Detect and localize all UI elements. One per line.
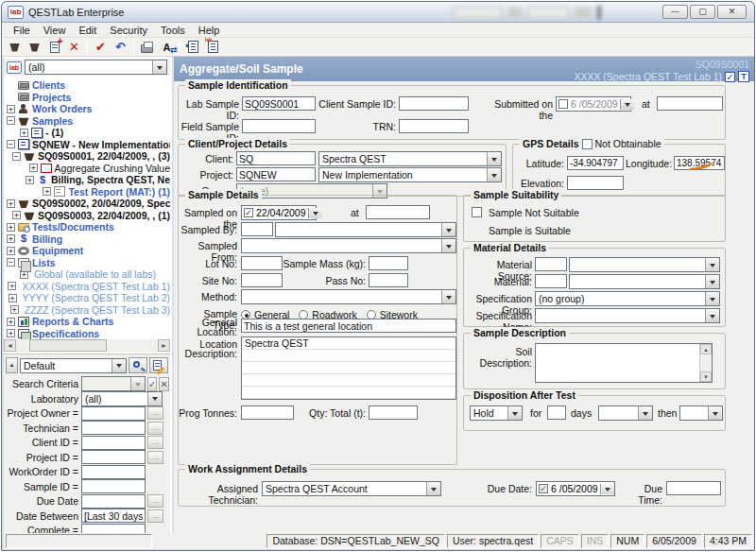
- sampled-by-combo[interactable]: [275, 222, 456, 237]
- chevron-down-icon[interactable]: [620, 99, 634, 110]
- expander-plus-icon[interactable]: +: [8, 282, 16, 290]
- tree-item[interactable]: +Billing, Spectra QEST, Ne: [4, 174, 170, 186]
- new-document-button[interactable]: [44, 39, 64, 56]
- scrollbar-thumb[interactable]: [29, 339, 107, 352]
- maximize-button[interactable]: ▢: [690, 5, 715, 19]
- browse-button[interactable]: ...: [147, 422, 163, 435]
- latitude-input[interactable]: [567, 156, 624, 170]
- rename-button[interactable]: A: [157, 39, 177, 56]
- tree-item[interactable]: +Test Report (MAT:) (1): [4, 186, 170, 198]
- tree-item[interactable]: −Lists: [4, 257, 170, 269]
- tree-item[interactable]: +- (1): [4, 127, 170, 139]
- expander-plus-icon[interactable]: +: [7, 223, 15, 232]
- preset-combo[interactable]: Default: [20, 358, 127, 373]
- chevron-down-icon[interactable]: [638, 406, 652, 420]
- search-sample-id-input[interactable]: [81, 479, 146, 493]
- lab-filter-combo[interactable]: (all): [25, 60, 167, 75]
- project-name-combo[interactable]: New Implementation: [318, 167, 502, 182]
- prog-tonnes-input[interactable]: [241, 405, 294, 420]
- disposition-action-combo[interactable]: Hold: [470, 405, 523, 421]
- chevron-down-icon[interactable]: [705, 275, 719, 288]
- tree-item[interactable]: +YYYY (Spectra QEST Test Lab 2): [4, 292, 170, 304]
- browse-button[interactable]: ...: [147, 509, 163, 523]
- gps-not-obtainable-checkbox[interactable]: [582, 139, 593, 149]
- submitted-date-combo[interactable]: 6 /05/2009: [556, 96, 631, 112]
- due-time-input[interactable]: [666, 481, 721, 495]
- expander-plus-icon[interactable]: +: [7, 199, 15, 208]
- chevron-down-icon[interactable]: [441, 290, 455, 303]
- expander-plus-icon[interactable]: +: [29, 164, 38, 172]
- new-sample-button[interactable]: [5, 39, 25, 56]
- general-location-input[interactable]: [241, 319, 456, 333]
- chevron-down-icon[interactable]: [441, 239, 455, 252]
- browse-button[interactable]: ...: [147, 494, 163, 508]
- expander-plus-icon[interactable]: +: [20, 129, 28, 137]
- scroll-right-icon[interactable]: ►: [158, 339, 170, 352]
- material-source-code-input[interactable]: [535, 257, 567, 271]
- chevron-down-icon[interactable]: [308, 208, 322, 218]
- pass-no-input[interactable]: [369, 273, 408, 287]
- tree-item[interactable]: Clients: [4, 79, 170, 92]
- menu-view[interactable]: View: [37, 25, 73, 36]
- tree-item[interactable]: +Aggregate Crushing Value: [4, 163, 170, 175]
- site-no-input[interactable]: [241, 273, 283, 287]
- expander-plus-icon[interactable]: +: [43, 187, 51, 196]
- soil-description-textarea[interactable]: ▲▼: [535, 343, 713, 383]
- validate-button[interactable]: ✔: [91, 39, 111, 56]
- tree-item[interactable]: Projects: [4, 92, 170, 104]
- menu-tools[interactable]: Tools: [154, 25, 192, 36]
- collapse-search-button[interactable]: ▲: [6, 357, 18, 373]
- client-name-combo[interactable]: Spectra QEST: [318, 151, 502, 166]
- browse-button[interactable]: ...: [147, 406, 163, 420]
- menu-help[interactable]: Help: [192, 25, 227, 36]
- submitted-time-input[interactable]: [657, 96, 723, 111]
- project-code-input[interactable]: [236, 167, 316, 181]
- chevron-down-icon[interactable]: [112, 359, 126, 372]
- search-client-id-input[interactable]: [81, 436, 146, 450]
- expander-plus-icon[interactable]: +: [7, 105, 15, 113]
- trn-input[interactable]: [399, 119, 469, 133]
- tree-view-button[interactable]: [183, 39, 203, 56]
- header-checkbox[interactable]: ✓: [725, 72, 735, 82]
- elevation-input[interactable]: [567, 176, 624, 190]
- expander-plus-icon[interactable]: +: [10, 305, 19, 314]
- disposition-days-input[interactable]: [547, 405, 566, 420]
- lab-tree-button[interactable]: [203, 39, 223, 56]
- print-button[interactable]: [137, 39, 157, 56]
- sampled-from-combo[interactable]: [241, 238, 456, 253]
- client-sample-id-input[interactable]: [399, 96, 469, 111]
- due-date-combo[interactable]: ✓ 6 /05/2009: [536, 481, 615, 496]
- scrollbar-track[interactable]: [16, 339, 158, 352]
- tree-item[interactable]: +Equipment: [4, 245, 170, 257]
- chevron-down-icon[interactable]: [441, 223, 455, 236]
- tree-item[interactable]: +Work Orders: [4, 103, 170, 115]
- chevron-down-icon[interactable]: [705, 258, 719, 271]
- tree-item[interactable]: +XXXX (Spectra QEST Test Lab 1): [4, 281, 170, 293]
- search-search-criteria-combo[interactable]: [81, 376, 146, 391]
- chevron-down-icon[interactable]: [487, 152, 501, 165]
- sample-mass-input[interactable]: [369, 256, 408, 270]
- chevron-down-icon[interactable]: [600, 484, 614, 494]
- scroll-up-icon[interactable]: ▲: [700, 344, 712, 354]
- expander-plus-icon[interactable]: +: [9, 294, 17, 302]
- search-check-button[interactable]: ✓: [147, 377, 157, 391]
- chevron-down-icon[interactable]: [705, 292, 719, 305]
- tree-item[interactable]: +Billing: [4, 233, 170, 246]
- tree-item[interactable]: +Specifications: [4, 328, 170, 340]
- sampled-by-code-input[interactable]: [241, 222, 273, 236]
- expander-minus-icon[interactable]: −: [7, 116, 15, 125]
- disposition-interval-combo[interactable]: [598, 405, 653, 421]
- menu-security[interactable]: Security: [103, 25, 154, 36]
- search-project-owner-input[interactable]: [81, 406, 146, 421]
- client-code-input[interactable]: [236, 151, 316, 165]
- expander-plus-icon[interactable]: +: [7, 234, 15, 243]
- new-work-order-button[interactable]: [25, 39, 44, 56]
- browse-button[interactable]: ...: [147, 436, 163, 449]
- method-combo[interactable]: [241, 289, 456, 304]
- expander-plus-icon[interactable]: +: [12, 211, 21, 219]
- expander-minus-icon[interactable]: −: [7, 140, 15, 148]
- material-code-input[interactable]: [535, 274, 567, 288]
- scroll-left-icon[interactable]: ◄: [4, 339, 16, 352]
- chevron-down-icon[interactable]: [487, 168, 501, 181]
- tree-item[interactable]: +SQ09S0003, 22/04/2009, , (1): [4, 210, 170, 222]
